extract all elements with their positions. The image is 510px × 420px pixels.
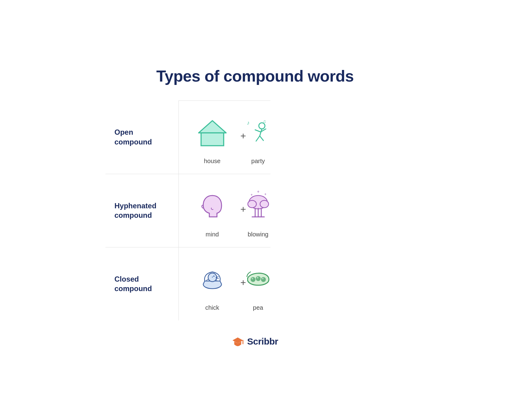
plus-open: + [239, 130, 248, 142]
svg-line-6 [255, 130, 261, 132]
label-hyphenated: Hyphenated compound [105, 174, 179, 247]
label-closed: Closed compound [105, 247, 179, 320]
house-icon-wrap [196, 113, 229, 153]
svg-line-9 [260, 136, 263, 141]
svg-text:♪: ♪ [247, 120, 250, 126]
svg-point-28 [251, 278, 253, 279]
party-label: party [251, 158, 265, 165]
chick-label: chick [205, 304, 219, 311]
svg-point-15 [260, 200, 269, 208]
svg-point-14 [248, 200, 256, 208]
svg-point-26 [256, 276, 261, 281]
compound-words-grid: Open compound house + ♪ ♫ [105, 100, 405, 320]
page-title: Types of compound words [105, 67, 405, 85]
svg-point-29 [257, 277, 258, 278]
house-icon [196, 116, 229, 150]
svg-marker-0 [199, 121, 226, 133]
label-open: Open compound [105, 100, 179, 174]
scribbr-brand-name: Scribbr [247, 336, 278, 347]
svg-text:+: + [257, 189, 259, 194]
cell-open-part1: house [179, 100, 246, 174]
mind-icon [196, 189, 229, 223]
footer: Scribbr [105, 336, 405, 347]
svg-rect-1 [201, 133, 224, 146]
cell-hyphenated-part1: mind [179, 174, 246, 247]
svg-point-30 [262, 278, 263, 279]
cell-closed-part1: chick [179, 247, 246, 320]
svg-point-25 [251, 277, 255, 282]
house-label: house [204, 158, 221, 165]
svg-text:+: + [251, 193, 253, 197]
svg-point-22 [212, 276, 213, 277]
cell-open-part2: + ♪ ♫ [246, 100, 270, 174]
cell-hyphenated-part2: + + + + [246, 174, 270, 247]
svg-line-8 [256, 136, 260, 141]
chick-icon [196, 263, 229, 296]
main-container: Types of compound words Open compound ho… [87, 55, 423, 366]
open-compound-label: Open compound [115, 127, 169, 146]
svg-line-5 [260, 129, 262, 136]
plus-hyphenated: + [239, 204, 248, 215]
hyphenated-compound-label: Hyphenated compound [115, 201, 169, 220]
pea-label: pea [253, 304, 263, 311]
blowing-label: blowing [248, 231, 269, 238]
svg-point-27 [261, 277, 266, 282]
svg-text:+: + [264, 192, 266, 196]
chick-icon-wrap [196, 260, 229, 299]
svg-point-21 [213, 276, 215, 277]
closed-compound-label: Closed compound [115, 274, 169, 293]
mind-icon-wrap [196, 186, 229, 226]
scribbr-logo-icon [232, 336, 244, 347]
mind-label: mind [206, 231, 219, 238]
svg-marker-31 [233, 337, 243, 343]
cell-closed-part2: + pea [246, 247, 270, 320]
plus-closed: + [239, 277, 248, 288]
svg-point-4 [259, 123, 265, 129]
